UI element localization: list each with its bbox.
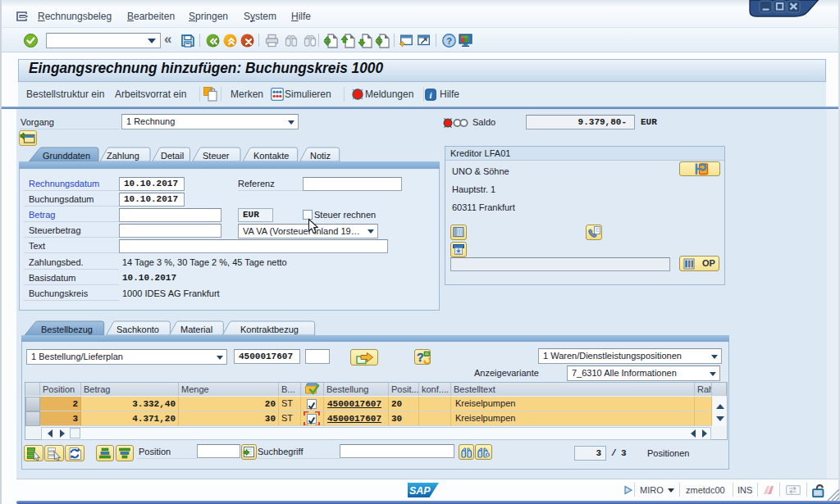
scroll-right-button[interactable]	[698, 429, 710, 438]
first-page-icon[interactable]	[323, 34, 339, 48]
scroll-down-button[interactable]	[714, 415, 725, 424]
menu-rechnungsbeleg[interactable]: Rechnungsbeleg	[38, 7, 112, 27]
sapoffice-icon-button[interactable]	[450, 242, 467, 257]
menu-hilfe[interactable]: Hilfe	[291, 7, 311, 27]
detail-toggle-button[interactable]	[19, 130, 37, 146]
refresh-button[interactable]	[65, 445, 84, 461]
table-find-next-button[interactable]	[475, 444, 492, 460]
transaction-dropdown-icon[interactable]	[668, 488, 674, 496]
cell-ok-2[interactable]	[301, 411, 324, 426]
merken-button[interactable]: Merken	[231, 82, 263, 107]
resize-grip[interactable]	[824, 489, 840, 501]
cell-position-2[interactable]: 3	[40, 411, 81, 426]
cell-ok-1[interactable]	[301, 397, 324, 411]
cell-bestellung-1[interactable]: 4500017607	[324, 397, 389, 411]
command-field[interactable]	[46, 33, 161, 48]
exit-icon[interactable]	[223, 34, 237, 48]
referenztyp-combo[interactable]: 1 Bestellung/Lieferplan	[26, 349, 227, 365]
col-betrag-header[interactable]: Betrag	[81, 383, 179, 396]
meldungen-button[interactable]: Meldungen	[365, 82, 413, 107]
find-next-icon[interactable]	[304, 34, 317, 48]
previous-page-icon[interactable]	[340, 34, 356, 48]
cell-menge-2[interactable]: 30	[179, 411, 279, 426]
suchhilfe-button[interactable]: ?	[414, 349, 431, 365]
bestellnummer-field[interactable]: 4500017607	[234, 349, 300, 364]
cell-bme-1[interactable]: ST	[279, 397, 301, 411]
col-selector-header[interactable]	[25, 383, 40, 396]
menu-springen[interactable]: Springen	[189, 7, 228, 27]
next-page-icon[interactable]	[358, 34, 373, 48]
scroll-left-button-right[interactable]	[686, 429, 698, 438]
save-icon[interactable]	[181, 34, 194, 48]
h-scrollbar[interactable]	[41, 427, 711, 440]
positionstyp-combo[interactable]: 1 Waren/Dienstleistungspositionen	[538, 348, 722, 364]
find-icon[interactable]	[285, 34, 298, 48]
simulieren-icon[interactable]	[271, 88, 284, 101]
customize-layout-icon[interactable]	[458, 33, 473, 48]
new-session-icon[interactable]	[399, 34, 413, 48]
address-icon-button[interactable]	[450, 225, 467, 240]
system-menu-icon[interactable]	[16, 11, 30, 21]
bestellstruktur-button[interactable]: Bestellstruktur ein	[26, 82, 104, 107]
menu-system[interactable]: System	[244, 7, 276, 27]
referenz-field[interactable]	[303, 177, 402, 191]
cell-bestelltext-2[interactable]: Kreiselpumpen	[451, 411, 695, 426]
row-selector-2[interactable]	[25, 411, 40, 426]
cell-posit-1[interactable]: 20	[389, 397, 419, 411]
kreditor-display-button[interactable]	[679, 161, 720, 176]
kreditor-account-field[interactable]	[450, 257, 670, 271]
performance-icon[interactable]	[623, 485, 633, 495]
col-rah-header[interactable]: Rah	[695, 383, 712, 396]
buchungsdatum-field[interactable]: 10.10.2017	[119, 193, 185, 207]
op-button[interactable]: OP	[679, 256, 719, 271]
arbeitsvorrat-button[interactable]: Arbeitsvorrat ein	[115, 82, 186, 107]
cell-position-1[interactable]: 2	[40, 397, 81, 411]
cell-bestelltext-1[interactable]: Kreiselpumpen	[451, 397, 695, 411]
scroll-up-button[interactable]	[714, 400, 725, 409]
col-bme-header[interactable]: B...	[279, 383, 301, 396]
insert-mode[interactable]: INS	[737, 479, 752, 501]
last-page-icon[interactable]	[375, 34, 390, 48]
cancel-icon[interactable]	[240, 34, 254, 48]
col-ok-header[interactable]	[301, 383, 324, 396]
sort-descending-button[interactable]	[116, 445, 134, 461]
text-field[interactable]	[119, 239, 388, 253]
cell-bestellung-2[interactable]: 4500017607	[324, 411, 389, 426]
collapse-icon[interactable]: «	[164, 28, 171, 52]
cell-rah-2[interactable]	[695, 411, 712, 426]
vorgang-combo[interactable]: 1 Rechnung	[121, 114, 299, 129]
anzeigevariante-combo[interactable]: 7_6310 Alle Informationen	[567, 366, 720, 381]
info-icon[interactable]: i	[425, 89, 436, 101]
help-icon[interactable]: ?	[442, 34, 456, 48]
cell-bme-2[interactable]: ST	[279, 411, 301, 426]
col-posit-header[interactable]: Posit...	[389, 383, 419, 396]
menu-bearbeiten[interactable]: Bearbeiten	[127, 7, 175, 27]
position-search-field[interactable]	[197, 444, 240, 458]
col-position-header[interactable]: Position	[40, 383, 81, 396]
col-bestellung-header[interactable]: Bestellung	[324, 383, 389, 396]
col-konf-header[interactable]: konf....	[419, 383, 451, 396]
deselect-details-button[interactable]	[44, 445, 64, 461]
back-icon[interactable]	[206, 34, 220, 48]
rechnungsdatum-field[interactable]: 10.10.2017	[119, 177, 185, 191]
enter-icon[interactable]	[24, 34, 38, 48]
scroll-left-button[interactable]	[43, 429, 55, 438]
row-selector-1[interactable]	[25, 397, 40, 411]
scroll-right-button-left[interactable]	[56, 429, 68, 438]
table-find-button[interactable]	[459, 444, 474, 460]
uebernehmen-button[interactable]	[350, 349, 378, 366]
ok-checkbox-1[interactable]	[307, 399, 317, 409]
command-field-dropdown-icon[interactable]	[148, 39, 156, 48]
betrag-field[interactable]	[119, 208, 221, 222]
col-menge-header[interactable]: Menge	[179, 383, 279, 396]
cell-konf-1[interactable]	[419, 397, 451, 411]
window-controls[interactable]	[748, 0, 820, 18]
phone-icon-button[interactable]	[586, 225, 602, 240]
cell-konf-2[interactable]	[419, 411, 451, 426]
col-bestelltext-header[interactable]: Bestelltext	[451, 383, 695, 396]
position-goto-button[interactable]	[241, 444, 257, 460]
simulieren-button[interactable]: Simulieren	[285, 82, 331, 107]
transaction-code[interactable]: MIRO	[640, 479, 664, 501]
po-link-2[interactable]: 4500017607	[327, 414, 381, 424]
sort-ascending-button[interactable]	[96, 445, 114, 461]
